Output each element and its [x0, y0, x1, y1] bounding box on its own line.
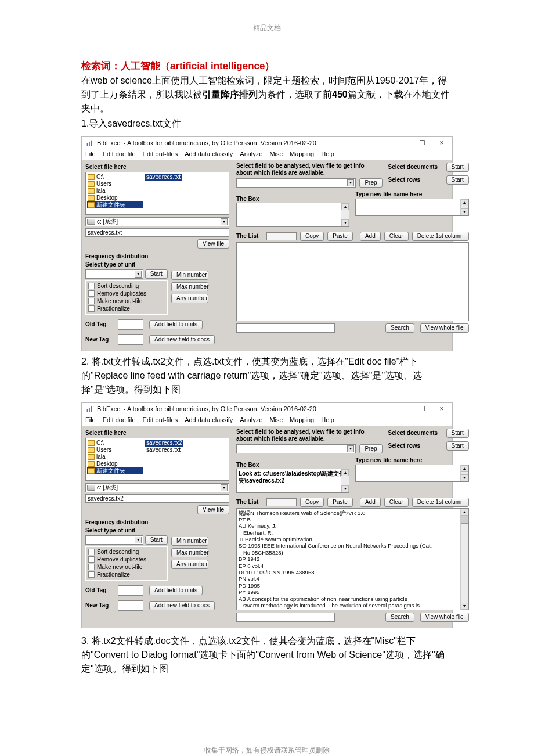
- new-tag-input[interactable]: [118, 600, 143, 611]
- clear-button[interactable]: Clear: [384, 498, 409, 507]
- view-file-button[interactable]: View file: [197, 239, 229, 249]
- window-buttons: — ☐ ×: [395, 139, 449, 147]
- type-combo[interactable]: ▾: [85, 269, 143, 279]
- freq-start-button[interactable]: Start: [145, 535, 168, 545]
- max-number-button[interactable]: Max number: [171, 282, 208, 291]
- checkbox[interactable]: [88, 549, 95, 555]
- old-tag-input[interactable]: [118, 319, 143, 330]
- menu-help[interactable]: Help: [321, 150, 334, 158]
- min-number-button[interactable]: Min number: [171, 537, 208, 546]
- menu-edit-out[interactable]: Edit out-files: [143, 416, 178, 424]
- menu-edit-doc[interactable]: Edit doc file: [103, 150, 136, 158]
- the-list-label: The List: [236, 233, 263, 240]
- max-number-button[interactable]: Max number: [171, 548, 208, 557]
- add-new-field-docs-button[interactable]: Add new field to docs: [149, 335, 215, 344]
- menu-file[interactable]: File: [85, 150, 96, 158]
- add-new-field-docs-button[interactable]: Add new field to docs: [149, 601, 215, 610]
- view-whole-file-button[interactable]: View whole file: [420, 613, 469, 622]
- add-field-units-button[interactable]: Add field to units: [149, 320, 203, 329]
- the-box-textarea[interactable]: ▴▾: [236, 203, 349, 227]
- view-file-button[interactable]: View file: [197, 505, 229, 514]
- select-docs-start-button[interactable]: Start: [446, 429, 469, 438]
- add-button[interactable]: Add: [360, 232, 381, 241]
- new-filename-input[interactable]: ▴▾: [355, 465, 468, 482]
- menu-help[interactable]: Help: [321, 416, 334, 424]
- select-rows-start-button[interactable]: Start: [446, 441, 469, 451]
- search-input[interactable]: [236, 323, 335, 333]
- paste-button[interactable]: Paste: [327, 232, 353, 241]
- minimize-button[interactable]: —: [395, 405, 409, 413]
- file-item[interactable]: savedrecs.txt: [145, 447, 228, 453]
- min-number-button[interactable]: Min number: [171, 271, 208, 280]
- prep-button[interactable]: Prep: [359, 178, 382, 188]
- select-docs-start-button[interactable]: Start: [446, 163, 469, 172]
- delete-1st-col-button[interactable]: Delete 1st column: [412, 498, 469, 507]
- scrollbar[interactable]: ▴▾: [341, 469, 349, 492]
- search-input[interactable]: [236, 613, 335, 622]
- close-button[interactable]: ×: [435, 139, 449, 147]
- menu-add-data[interactable]: Add data classify: [185, 150, 233, 158]
- menu-misc[interactable]: Misc: [269, 150, 283, 158]
- new-filename-input[interactable]: ▴▾: [355, 199, 468, 216]
- menu-mapping[interactable]: Mapping: [290, 150, 314, 158]
- paste-button[interactable]: Paste: [327, 498, 353, 507]
- select-rows-start-button[interactable]: Start: [446, 175, 469, 185]
- menu-analyze[interactable]: Analyze: [240, 416, 262, 424]
- clear-button[interactable]: Clear: [384, 232, 409, 241]
- file-browser[interactable]: C:\ Users lala Desktop 新建文件夹 savedrecs.t…: [85, 172, 229, 215]
- menu-add-data[interactable]: Add data classify: [185, 416, 233, 424]
- copy-button[interactable]: Copy: [300, 232, 324, 241]
- svg-rect-3: [87, 409, 88, 412]
- menu-analyze[interactable]: Analyze: [240, 150, 262, 158]
- scrollbar[interactable]: ▴▾: [460, 465, 468, 481]
- window-titlebar: BibExcel - A toolbox for bibliometrician…: [82, 137, 452, 149]
- checkbox[interactable]: [88, 305, 95, 312]
- add-button[interactable]: Add: [360, 498, 381, 507]
- delete-1st-col-button[interactable]: Delete 1st column: [412, 232, 469, 241]
- drive-select[interactable]: c: [系统] ▾: [85, 483, 229, 492]
- freq-start-button[interactable]: Start: [145, 269, 168, 279]
- field-combo[interactable]: ▾: [236, 444, 356, 453]
- the-list-area[interactable]: [236, 242, 469, 321]
- maximize-button[interactable]: ☐: [415, 405, 429, 413]
- maximize-button[interactable]: ☐: [415, 139, 429, 147]
- menu-misc[interactable]: Misc: [269, 416, 283, 424]
- scrollbar[interactable]: ▴▾: [341, 203, 349, 226]
- search-button[interactable]: Search: [385, 323, 414, 333]
- menu-mapping[interactable]: Mapping: [290, 416, 314, 424]
- scrollbar[interactable]: ▴▾: [460, 199, 468, 215]
- drive-select[interactable]: c: [系统] ▾: [85, 217, 229, 226]
- menu-edit-out[interactable]: Edit out-files: [143, 150, 178, 158]
- menu-edit-doc[interactable]: Edit doc file: [103, 416, 136, 424]
- path-input[interactable]: savedrecs.txt: [85, 228, 229, 237]
- checkbox[interactable]: [88, 564, 95, 570]
- close-button[interactable]: ×: [435, 405, 449, 413]
- menu-file[interactable]: File: [85, 416, 96, 424]
- any-number-button[interactable]: Any number: [171, 560, 208, 569]
- checkbox[interactable]: [88, 290, 95, 297]
- copy-button[interactable]: Copy: [300, 498, 324, 507]
- path-input[interactable]: savedrecs.tx2: [85, 494, 229, 503]
- checkbox[interactable]: [88, 283, 95, 289]
- the-box-textarea[interactable]: Look at: c:\users\lala\desktop\新建文件夹\sav…: [236, 469, 349, 493]
- scrollbar[interactable]: ▴▾: [460, 509, 468, 610]
- checkbox[interactable]: [88, 556, 95, 563]
- file-browser[interactable]: C:\ Users lala Desktop 新建文件夹 savedrecs.t…: [85, 438, 229, 481]
- the-list-area[interactable]: 锘縁N Thomson Reuters Web of Science鈩?VR 1…: [236, 508, 469, 611]
- field-combo[interactable]: ▾: [236, 178, 356, 188]
- checkbox[interactable]: [88, 571, 95, 578]
- search-button[interactable]: Search: [385, 613, 414, 622]
- old-tag-input[interactable]: [118, 585, 143, 596]
- selected-file[interactable]: savedrecs.tx2: [145, 440, 183, 447]
- new-tag-input[interactable]: [118, 334, 143, 345]
- select-rows-label: Select rows: [388, 177, 442, 183]
- prep-button[interactable]: Prep: [359, 444, 382, 453]
- any-number-button[interactable]: Any number: [171, 294, 208, 303]
- minimize-button[interactable]: —: [395, 139, 409, 147]
- selected-file[interactable]: savedrecs.txt: [145, 174, 182, 181]
- window-buttons: — ☐ ×: [395, 405, 449, 413]
- add-field-units-button[interactable]: Add field to units: [149, 586, 203, 595]
- checkbox[interactable]: [88, 298, 95, 304]
- type-combo[interactable]: ▾: [85, 535, 143, 545]
- view-whole-file-button[interactable]: View whole file: [420, 323, 469, 333]
